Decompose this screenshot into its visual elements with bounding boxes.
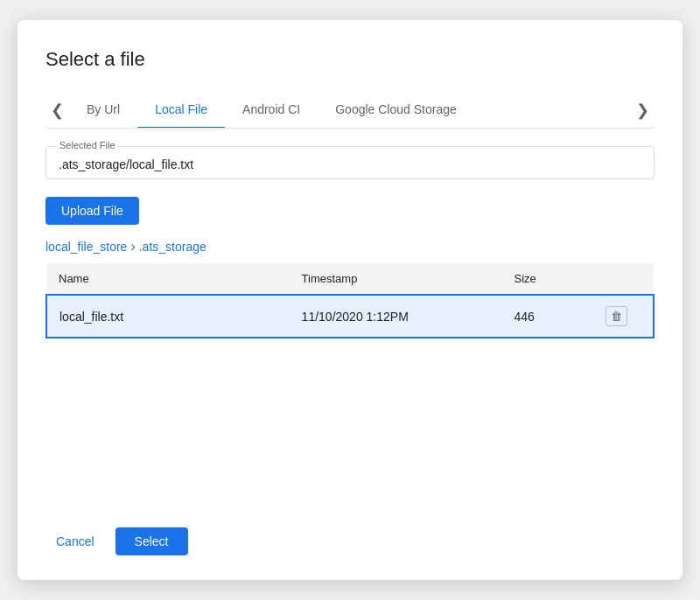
table-row[interactable]: local_file.txt 11/10/2020 1:12PM 446 🗑 <box>46 295 654 338</box>
file-timestamp: 11/10/2020 1:12PM <box>290 295 502 338</box>
footer: Cancel Select <box>46 506 654 555</box>
dialog-title: Select a file <box>46 48 654 71</box>
file-name: local_file.txt <box>46 295 290 338</box>
selected-file-value: .ats_storage/local_file.txt <box>59 157 641 171</box>
column-header-name: Name <box>46 263 290 295</box>
tab-local-file[interactable]: Local File <box>137 92 225 128</box>
tabs-container: ❮ By Url Local File Android CI Google Cl… <box>46 92 654 129</box>
breadcrumb-current[interactable]: .ats_storage <box>139 240 206 254</box>
content-area: Selected File .ats_storage/local_file.tx… <box>46 129 654 506</box>
breadcrumb: local_file_store › .ats_storage <box>46 239 654 255</box>
column-header-timestamp: Timestamp <box>290 263 502 295</box>
table-header-row: Name Timestamp Size <box>46 263 654 295</box>
select-button[interactable]: Select <box>116 527 188 555</box>
tab-by-url[interactable]: By Url <box>69 92 137 128</box>
tab-android-ci[interactable]: Android CI <box>225 92 318 128</box>
file-size: 446 <box>501 295 592 338</box>
tabs: By Url Local File Android CI Google Clou… <box>69 92 631 128</box>
breadcrumb-separator: › <box>130 239 135 255</box>
dialog: Select a file ❮ By Url Local File Androi… <box>18 20 682 580</box>
file-table: Name Timestamp Size local_file.txt 11/10… <box>46 263 654 338</box>
trash-icon: 🗑 <box>611 310 622 323</box>
file-action-cell: 🗑 <box>593 295 654 338</box>
tab-google-cloud-storage[interactable]: Google Cloud Storage <box>318 92 474 128</box>
tab-prev-button[interactable]: ❮ <box>46 95 69 125</box>
delete-file-button[interactable]: 🗑 <box>606 306 627 326</box>
selected-file-field: Selected File .ats_storage/local_file.tx… <box>46 146 654 179</box>
breadcrumb-root[interactable]: local_file_store <box>46 240 127 254</box>
tab-next-button[interactable]: ❯ <box>631 95 654 125</box>
cancel-button[interactable]: Cancel <box>46 527 105 555</box>
selected-file-label: Selected File <box>57 140 118 150</box>
column-header-action <box>593 263 654 295</box>
column-header-size: Size <box>501 263 592 295</box>
upload-file-button[interactable]: Upload File <box>46 197 139 225</box>
